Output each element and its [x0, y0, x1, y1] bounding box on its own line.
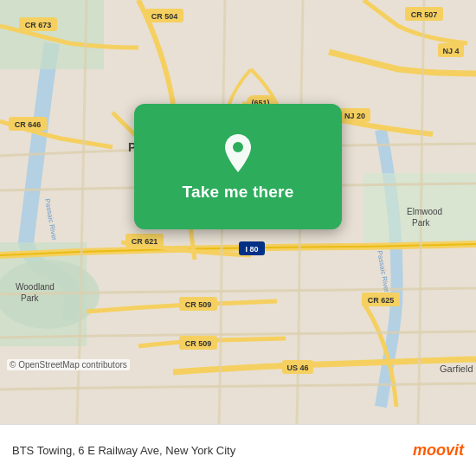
svg-text:Park: Park	[21, 293, 40, 303]
svg-text:CR 509: CR 509	[185, 300, 212, 309]
map-container: CR 673 CR 504 CR 507 (651) NJ 4 NJ 20 CR…	[0, 0, 476, 424]
svg-text:CR 673: CR 673	[25, 21, 52, 29]
svg-text:Park: Park	[412, 218, 431, 228]
svg-rect-1	[0, 0, 104, 69]
moovit-logo: moovit	[413, 441, 464, 460]
svg-text:CR 509: CR 509	[185, 339, 212, 348]
svg-text:I 80: I 80	[245, 245, 258, 254]
location-pin-icon	[217, 132, 259, 174]
address-text: BTS Towing, 6 E Railway Ave, New York Ci…	[12, 444, 413, 457]
svg-text:NJ 4: NJ 4	[442, 47, 459, 55]
map-copyright: © OpenStreetMap contributors	[7, 359, 130, 370]
svg-text:Garfield: Garfield	[440, 363, 473, 374]
svg-text:Woodland: Woodland	[16, 282, 55, 292]
take-me-there-card[interactable]: Take me there	[134, 104, 342, 229]
bottom-bar: BTS Towing, 6 E Railway Ave, New York Ci…	[0, 424, 476, 476]
svg-text:CR 507: CR 507	[411, 10, 438, 19]
svg-text:NJ 20: NJ 20	[344, 112, 365, 120]
svg-text:Elmwood: Elmwood	[407, 207, 442, 216]
take-me-there-button-label: Take me there	[183, 183, 294, 202]
moovit-logo-text: moovit	[413, 441, 464, 460]
svg-point-39	[233, 142, 243, 152]
svg-text:US 46: US 46	[286, 363, 308, 372]
svg-text:CR 625: CR 625	[368, 296, 395, 305]
svg-text:CR 504: CR 504	[151, 12, 178, 21]
svg-text:CR 646: CR 646	[15, 120, 42, 129]
svg-text:CR 621: CR 621	[132, 237, 158, 246]
